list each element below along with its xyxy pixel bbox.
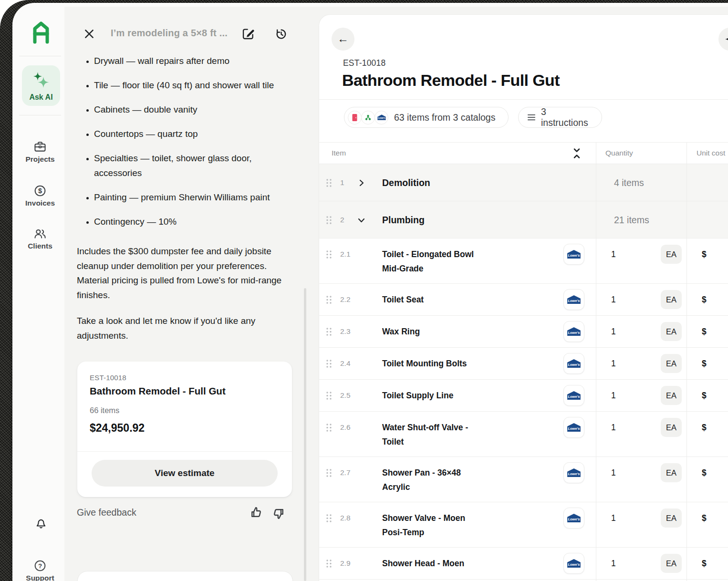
lowes-catalog-badge[interactable]: Lowe's [563, 462, 584, 483]
table-item-row[interactable]: 2.8 Shower Valve - Moen Posi-Temp Lowe's… [319, 502, 728, 548]
sidebar-item-clients[interactable]: Clients [16, 227, 64, 250]
item-unit[interactable]: EA [661, 322, 682, 341]
chat-scrollbar[interactable] [304, 288, 306, 581]
item-unit-cost[interactable]: $ [702, 292, 707, 307]
instructions-badge[interactable]: 3 instructions [518, 107, 602, 128]
new-chat-icon[interactable] [241, 27, 255, 42]
item-quantity[interactable]: 1 [611, 511, 616, 525]
lowes-catalog-badge[interactable]: Lowe's [563, 417, 584, 438]
drag-handle-icon[interactable] [326, 295, 332, 306]
table-item-row[interactable]: 2.6 Water Shut-off Valve - Toilet Lowe's… [319, 412, 728, 457]
drag-handle-icon[interactable] [326, 559, 332, 570]
sidebar-item-label: Support [16, 574, 64, 581]
header-action-button[interactable] [718, 28, 728, 51]
lowes-logo-icon: Lowe's [566, 390, 582, 401]
table-item-row[interactable]: 2.5 Toilet Supply Line Lowe's 1 EA $ [319, 380, 728, 412]
estimate-card[interactable]: EST-10018 Bathroom Remodel - Full Gut 66… [77, 362, 292, 497]
sidebar-item-invoices[interactable]: $ Invoices [16, 184, 64, 208]
bullet-text: Tile — floor tile (40 sq ft) and shower … [94, 80, 274, 90]
item-unit[interactable]: EA [661, 290, 682, 309]
item-quantity[interactable]: 1 [611, 466, 616, 480]
item-unit[interactable]: EA [661, 463, 682, 482]
item-unit-cost[interactable]: $ [702, 356, 707, 371]
item-unit[interactable]: EA [661, 245, 682, 264]
chevron-down-icon[interactable] [357, 216, 365, 226]
drag-handle-icon[interactable] [326, 423, 332, 434]
item-unit[interactable]: EA [661, 418, 682, 437]
lowes-catalog-badge[interactable]: Lowe's [563, 553, 584, 574]
help-circle-icon: ? [16, 559, 64, 572]
item-name: Toilet - Elongated Bowl Mid-Grade [382, 247, 485, 276]
chat-input[interactable] [77, 571, 293, 581]
drag-handle-icon[interactable] [326, 327, 332, 338]
item-unit-cost[interactable]: $ [702, 388, 707, 403]
column-header-unit-cost[interactable]: Unit cost [697, 149, 725, 157]
chat-bullet-item: Specialties — toilet, shower glass door,… [94, 151, 296, 180]
drag-handle-icon[interactable] [326, 216, 332, 227]
drag-handle-icon[interactable] [326, 514, 332, 525]
bullet-text: Countertops — quartz top [94, 129, 198, 139]
table-group-row[interactable]: 2 Plumbing 21 items [319, 201, 728, 239]
item-unit-cost[interactable]: $ [702, 420, 707, 435]
table-item-row[interactable]: 2.4 Toilet Mounting Bolts Lowe's 1 EA $ [319, 348, 728, 380]
item-quantity[interactable]: 1 [611, 388, 616, 403]
item-unit-cost[interactable]: $ [702, 247, 707, 261]
lowes-catalog-badge[interactable]: Lowe's [563, 244, 584, 265]
table-item-row[interactable]: 2.1 Toilet - Elongated Bowl Mid-Grade Lo… [319, 239, 728, 284]
drag-handle-icon[interactable] [326, 178, 332, 189]
briefcase-icon [16, 140, 64, 154]
item-unit-cost[interactable]: $ [702, 556, 707, 571]
item-quantity[interactable]: 1 [611, 420, 616, 435]
table-item-row[interactable]: 2.2 Toilet Seat Lowe's 1 EA $ [319, 284, 728, 316]
item-quantity[interactable]: 1 [611, 292, 616, 307]
collapse-all-icon[interactable] [572, 147, 582, 162]
column-header-item[interactable]: Item [332, 149, 346, 157]
chat-history-icon[interactable] [275, 28, 288, 42]
lowes-catalog-badge[interactable]: Lowe's [563, 385, 584, 406]
item-unit-cost[interactable]: $ [702, 324, 707, 339]
ask-ai-button[interactable]: Ask AI [22, 65, 60, 106]
chat-title[interactable]: I’m remodeling a 5×8 ft ... [111, 28, 228, 39]
lowes-catalog-badge[interactable]: Lowe's [563, 353, 584, 374]
item-unit[interactable]: EA [661, 554, 682, 573]
drag-handle-icon[interactable] [326, 391, 332, 402]
column-header-quantity[interactable]: Quantity [605, 149, 633, 157]
catalogs-badge[interactable]: Lowe's 63 items from 3 catalogs [344, 107, 509, 128]
sidebar-item-support[interactable]: ? Support [16, 559, 64, 581]
table-item-row[interactable]: 2.7 Shower Pan - 36×48 Acrylic Lowe's 1 … [319, 457, 728, 502]
drag-handle-icon[interactable] [326, 468, 332, 479]
thumbs-up-icon[interactable] [249, 506, 263, 521]
item-unit[interactable]: EA [661, 386, 682, 405]
item-quantity[interactable]: 1 [611, 556, 616, 571]
item-quantity[interactable]: 1 [611, 324, 616, 339]
close-chat-icon[interactable] [83, 28, 96, 41]
thumbs-down-icon[interactable] [272, 507, 286, 522]
give-feedback-label: Give feedback [77, 507, 136, 518]
sidebar-item-projects[interactable]: Projects [16, 140, 64, 164]
item-quantity[interactable]: 1 [611, 247, 616, 261]
item-unit-cost[interactable]: $ [702, 466, 707, 480]
chevron-right-icon[interactable] [357, 179, 365, 189]
item-unit[interactable]: EA [661, 508, 682, 528]
table-item-row[interactable]: 2.9 Shower Head - Moen Lowe's 1 EA $ [319, 548, 728, 580]
item-quantity[interactable]: 1 [611, 356, 616, 371]
item-unit[interactable]: EA [661, 354, 682, 373]
drag-handle-icon[interactable] [326, 250, 332, 261]
table-item-row[interactable]: 2.3 Wax Ring Lowe's 1 EA $ [319, 316, 728, 348]
back-button[interactable]: ← [332, 28, 354, 51]
chat-paragraph: Includes the $300 dumpster fee and daily… [77, 244, 294, 302]
lowes-catalog-badge[interactable]: Lowe's [563, 508, 584, 529]
lowes-catalog-badge[interactable]: Lowe's [563, 289, 584, 310]
handoff-logo[interactable] [31, 21, 52, 46]
lowes-catalog-badge[interactable]: Lowe's [563, 321, 584, 342]
group-number: 1 [340, 176, 344, 190]
item-name: Wax Ring [382, 324, 485, 339]
chat-bullet-item: Drywall — wall repairs after demo [94, 53, 296, 68]
table-group-row[interactable]: 1 Demolition 4 items [319, 164, 728, 201]
view-estimate-button[interactable]: View estimate [92, 460, 278, 487]
notifications-bell-icon[interactable] [35, 516, 47, 531]
sparkles-icon [32, 72, 51, 92]
estimate-card-code: EST-10018 [90, 374, 126, 382]
drag-handle-icon[interactable] [326, 359, 332, 370]
item-unit-cost[interactable]: $ [702, 511, 707, 525]
